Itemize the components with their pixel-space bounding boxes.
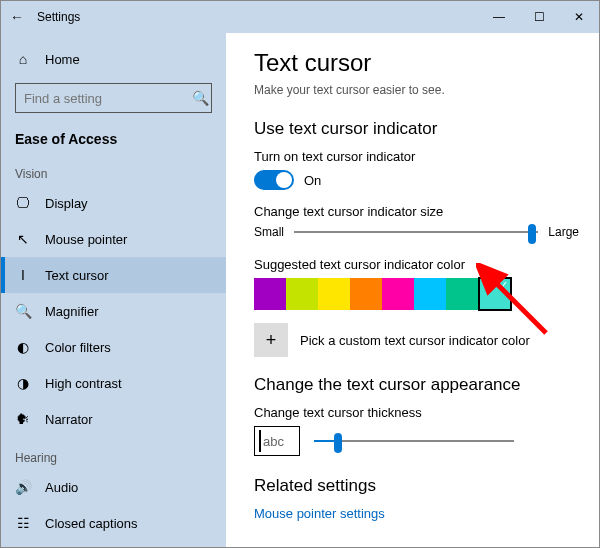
sidebar-heading: Ease of Access bbox=[1, 123, 226, 153]
color-label: Suggested text cursor indicator color bbox=[254, 257, 579, 272]
sidebar-item-color-filters[interactable]: ◐ Color filters bbox=[1, 329, 226, 365]
search-input[interactable] bbox=[24, 91, 192, 106]
text-cursor-icon: I bbox=[15, 267, 31, 283]
color-swatch[interactable] bbox=[446, 278, 478, 310]
link-mouse-pointer-settings[interactable]: Mouse pointer settings bbox=[254, 506, 579, 521]
sidebar-item-label: Mouse pointer bbox=[45, 232, 127, 247]
home-icon: ⌂ bbox=[15, 51, 31, 67]
mouse-pointer-icon: ↖ bbox=[15, 231, 31, 247]
color-swatch[interactable] bbox=[254, 278, 286, 310]
settings-window: ← Settings — ☐ ✕ ⌂ Home 🔍 Ease of Access… bbox=[0, 0, 600, 548]
sidebar-item-high-contrast[interactable]: ◑ High contrast bbox=[1, 365, 226, 401]
sidebar-group-hearing: Hearing bbox=[1, 437, 226, 469]
color-filters-icon: ◐ bbox=[15, 339, 31, 355]
audio-icon: 🔊 bbox=[15, 479, 31, 495]
minimize-button[interactable]: — bbox=[479, 1, 519, 33]
main-content: Text cursor Make your text cursor easier… bbox=[226, 33, 599, 547]
sidebar-group-vision: Vision bbox=[1, 153, 226, 185]
color-swatch[interactable] bbox=[286, 278, 318, 310]
sidebar-item-narrator[interactable]: 🗣 Narrator bbox=[1, 401, 226, 437]
sidebar-item-display[interactable]: 🖵 Display bbox=[1, 185, 226, 221]
toggle-state-text: On bbox=[304, 173, 321, 188]
display-icon: 🖵 bbox=[15, 195, 31, 211]
sidebar-item-label: Home bbox=[45, 52, 80, 67]
page-subtitle: Make your text cursor easier to see. bbox=[254, 83, 579, 97]
indicator-toggle[interactable] bbox=[254, 170, 294, 190]
sidebar-item-label: Display bbox=[45, 196, 88, 211]
color-swatch[interactable] bbox=[478, 277, 512, 311]
sidebar-item-label: Closed captions bbox=[45, 516, 138, 531]
titlebar: ← Settings — ☐ ✕ bbox=[1, 1, 599, 33]
sidebar-item-text-cursor[interactable]: I Text cursor bbox=[1, 257, 226, 293]
size-small-label: Small bbox=[254, 225, 284, 239]
close-button[interactable]: ✕ bbox=[559, 1, 599, 33]
custom-color-label: Pick a custom text cursor indicator colo… bbox=[300, 333, 530, 348]
thickness-slider[interactable] bbox=[314, 440, 514, 442]
section-indicator-heading: Use text cursor indicator bbox=[254, 119, 579, 139]
slider-thumb[interactable] bbox=[528, 224, 536, 244]
size-large-label: Large bbox=[548, 225, 579, 239]
search-box[interactable]: 🔍 bbox=[15, 83, 212, 113]
window-body: ⌂ Home 🔍 Ease of Access Vision 🖵 Display… bbox=[1, 33, 599, 547]
sidebar-item-magnifier[interactable]: 🔍 Magnifier bbox=[1, 293, 226, 329]
back-button[interactable]: ← bbox=[1, 9, 33, 25]
section-appearance-heading: Change the text cursor appearance bbox=[254, 375, 579, 395]
sidebar-item-closed-captions[interactable]: ☷ Closed captions bbox=[1, 505, 226, 541]
custom-color-button[interactable]: + bbox=[254, 323, 288, 357]
page-title: Text cursor bbox=[254, 49, 579, 77]
sidebar-item-label: Color filters bbox=[45, 340, 111, 355]
magnifier-icon: 🔍 bbox=[15, 303, 31, 319]
sidebar-item-mouse-pointer[interactable]: ↖ Mouse pointer bbox=[1, 221, 226, 257]
color-swatches bbox=[254, 278, 579, 311]
sidebar-item-label: Text cursor bbox=[45, 268, 109, 283]
size-label: Change text cursor indicator size bbox=[254, 204, 579, 219]
color-swatch[interactable] bbox=[318, 278, 350, 310]
color-swatch[interactable] bbox=[350, 278, 382, 310]
sidebar-item-label: Narrator bbox=[45, 412, 93, 427]
thickness-preview: abc bbox=[254, 426, 300, 456]
search-icon: 🔍 bbox=[192, 90, 209, 106]
maximize-button[interactable]: ☐ bbox=[519, 1, 559, 33]
slider-fill bbox=[314, 440, 334, 442]
color-swatch[interactable] bbox=[382, 278, 414, 310]
sidebar-item-audio[interactable]: 🔊 Audio bbox=[1, 469, 226, 505]
indicator-size-slider[interactable] bbox=[294, 231, 538, 233]
sidebar-item-label: Audio bbox=[45, 480, 78, 495]
sidebar-item-home[interactable]: ⌂ Home bbox=[1, 41, 226, 77]
thickness-label: Change text cursor thickness bbox=[254, 405, 579, 420]
sidebar-item-label: Magnifier bbox=[45, 304, 98, 319]
section-related-heading: Related settings bbox=[254, 476, 579, 496]
window-title: Settings bbox=[33, 10, 479, 24]
toggle-label: Turn on text cursor indicator bbox=[254, 149, 579, 164]
preview-text: abc bbox=[263, 434, 284, 449]
sidebar: ⌂ Home 🔍 Ease of Access Vision 🖵 Display… bbox=[1, 33, 226, 547]
high-contrast-icon: ◑ bbox=[15, 375, 31, 391]
narrator-icon: 🗣 bbox=[15, 411, 31, 427]
color-swatch[interactable] bbox=[414, 278, 446, 310]
slider-thumb[interactable] bbox=[334, 433, 342, 453]
sidebar-item-label: High contrast bbox=[45, 376, 122, 391]
closed-captions-icon: ☷ bbox=[15, 515, 31, 531]
